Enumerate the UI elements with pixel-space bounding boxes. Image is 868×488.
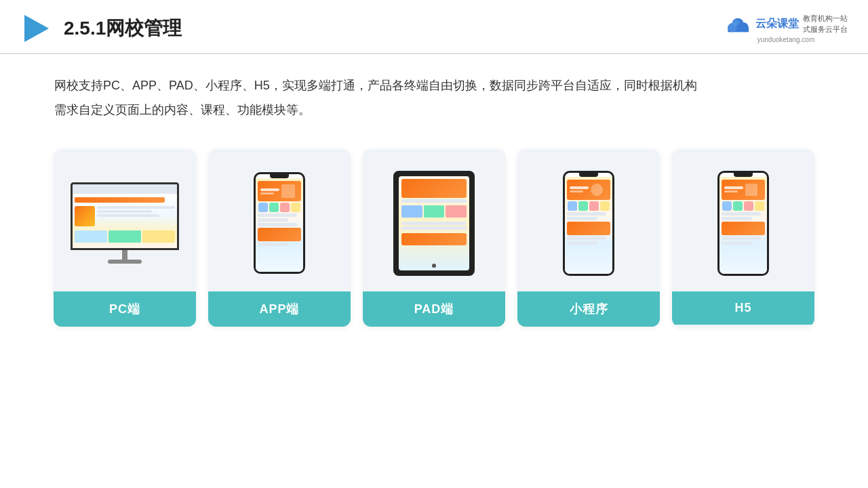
card-h5-image <box>672 149 814 291</box>
card-pc-label: PC端 <box>54 291 196 327</box>
card-h5: H5 <box>672 149 814 327</box>
logo-tagline: 教育机构一站 式服务云平台 <box>803 14 848 35</box>
card-pad: PAD端 <box>363 149 505 327</box>
play-icon <box>20 12 53 45</box>
description-text: 网校支持PC、APP、PAD、小程序、H5，实现多端打通，产品各终端自由切换，数… <box>0 54 868 129</box>
pad-tablet-screen <box>399 176 469 270</box>
card-mini: 小程序 <box>517 149 660 327</box>
card-pc: PC端 <box>54 149 196 327</box>
card-pc-image <box>54 149 196 291</box>
cloud-logo-icon <box>724 15 751 34</box>
card-pad-label: PAD端 <box>363 291 505 327</box>
pc-screen <box>71 182 179 250</box>
logo-name: 云朵课堂 <box>755 17 799 31</box>
card-app-label: APP端 <box>208 291 351 327</box>
svg-point-6 <box>732 20 740 25</box>
header-left: 2.5.1网校管理 <box>20 12 182 45</box>
pc-mockup <box>71 182 179 264</box>
header: 2.5.1网校管理 云朵课堂 教育机构一站 式服务云平台 yunduoketan… <box>0 0 868 54</box>
card-pad-image <box>363 149 505 291</box>
platform-cards: PC端 <box>0 136 868 340</box>
logo-cloud: 云朵课堂 教育机构一站 式服务云平台 <box>724 14 848 35</box>
card-mini-image <box>517 149 660 291</box>
card-h5-label: H5 <box>672 291 814 325</box>
mini-phone-screen <box>565 177 612 274</box>
card-app-image <box>208 149 351 291</box>
h5-phone-mockup <box>717 171 769 276</box>
h5-phone-screen <box>719 177 767 274</box>
app-phone-screen <box>256 178 303 272</box>
logo-url: yunduoketang.com <box>757 36 815 43</box>
mini-phone-mockup <box>563 171 614 276</box>
pad-tablet-mockup <box>393 171 475 276</box>
logo-area: 云朵课堂 教育机构一站 式服务云平台 yunduoketang.com <box>724 14 848 43</box>
page-title: 2.5.1网校管理 <box>64 16 182 41</box>
card-mini-label: 小程序 <box>517 291 660 327</box>
app-phone-mockup <box>254 172 305 274</box>
svg-marker-0 <box>24 15 49 42</box>
card-app: APP端 <box>208 149 351 327</box>
